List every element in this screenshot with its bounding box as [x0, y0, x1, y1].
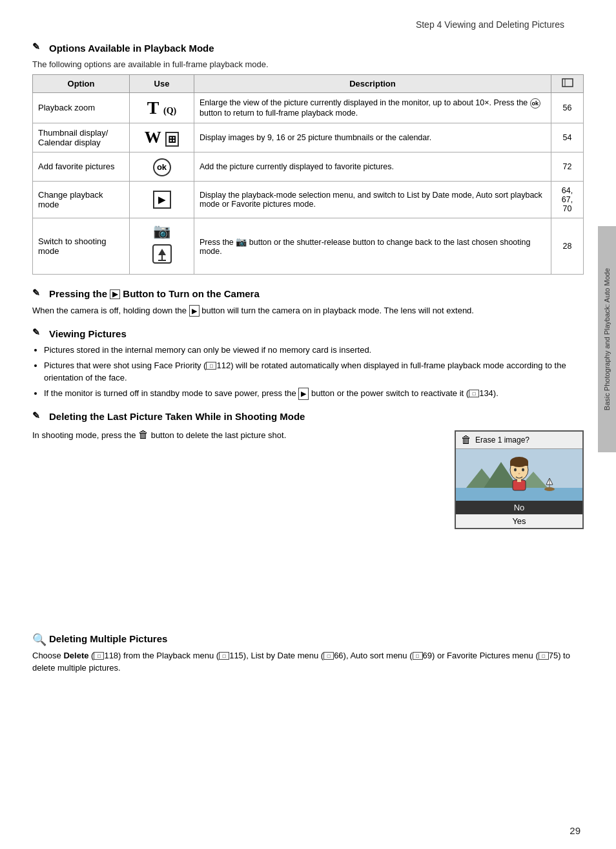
option-favorites: Add favorite pictures	[33, 152, 130, 181]
section-viewing: ✎ Viewing Pictures Pictures stored in th…	[32, 327, 584, 399]
pencil-icon: ✎	[32, 41, 45, 54]
table-row: Thumbnail display/Calendar display W ⊞ D…	[33, 123, 584, 152]
play-inline-icon: ▶	[110, 289, 120, 299]
section-deleting-last: ✎ Deleting the Last Picture Taken While …	[32, 410, 584, 529]
play-button-icon: ▶	[153, 191, 171, 209]
use-favorites: ok	[130, 152, 194, 181]
section-options: ✎ Options Available in Playback Mode The…	[32, 41, 584, 275]
col-ref	[551, 74, 584, 92]
section-pressing-button: ✎ Pressing the ▶ Button to Turn on the C…	[32, 288, 584, 317]
desc-playback-zoom: Enlarge the view of the picture currentl…	[194, 92, 551, 123]
svg-point-13	[544, 487, 555, 491]
section2-text: When the camera is off, holding down the…	[32, 304, 584, 317]
desc-switch-shooting: Press the 📷 button or the shutter-releas…	[194, 218, 551, 274]
section5-title: 🔍 Deleting Multiple Pictures	[32, 633, 584, 645]
book-ref-icon-2: □	[469, 390, 479, 397]
shutter-icon	[150, 242, 174, 269]
section2-title: ✎ Pressing the ▶ Button to Turn on the C…	[32, 288, 584, 300]
book-ref-icon: □	[206, 362, 216, 370]
table-row: Change playback mode ▶ Display the playb…	[33, 181, 584, 218]
svg-rect-21	[517, 479, 521, 482]
svg-rect-16	[510, 462, 528, 466]
side-tab: Basic Photography and Playback: Auto Mod…	[598, 226, 616, 452]
camera-icon: 📷	[153, 223, 170, 240]
use-switch-shooting: 📷	[130, 218, 194, 274]
svg-rect-0	[562, 79, 573, 87]
trash-icon-2: 🗑	[461, 434, 471, 446]
ref-switch-shooting: 28	[551, 218, 584, 274]
use-thumbnail: W ⊞	[130, 123, 194, 152]
book-ref-5: □	[323, 652, 334, 660]
erase-yes-option: Yes	[456, 514, 582, 528]
erase-no-option: No	[456, 501, 582, 514]
section4-text: In shooting mode, press the 🗑 button to …	[32, 427, 442, 443]
ref-playback-zoom: 56	[551, 92, 584, 123]
option-thumbnail: Thumbnail display/Calendar display	[33, 123, 130, 152]
desc-favorites: Add the picture currently displayed to f…	[194, 152, 551, 181]
col-option: Option	[33, 74, 130, 92]
ok-button-icon: ok	[153, 158, 171, 176]
ref-change-playback: 64,67, 70	[551, 181, 584, 218]
search-icon: 🔍	[32, 633, 45, 645]
svg-point-17	[514, 468, 517, 472]
book-ref-3: □	[94, 652, 104, 660]
section-deleting-multiple: 🔍 Deleting Multiple Pictures Choose Dele…	[32, 633, 584, 675]
svg-point-18	[522, 468, 524, 472]
ref-favorites: 72	[551, 152, 584, 181]
table-row: Playback zoom T (Q) Enlarge the view of …	[33, 92, 584, 123]
erase-image-area	[456, 449, 582, 501]
header-title: Step 4 Viewing and Deleting Pictures	[416, 19, 564, 30]
bullet-1: Pictures stored in the internal memory c…	[44, 344, 584, 357]
side-tab-text: Basic Photography and Playback: Auto Mod…	[603, 268, 611, 410]
book-ref-7: □	[539, 652, 549, 660]
play-inline-icon-3: ▶	[298, 388, 309, 400]
desc-change-playback: Display the playback-mode selection menu…	[194, 181, 551, 218]
section4-title: ✎ Deleting the Last Picture Taken While …	[32, 410, 584, 423]
col-description: Description	[194, 74, 551, 92]
section5-text: Choose Delete (□118) from the Playback m…	[32, 649, 584, 675]
book-ref-6: □	[413, 652, 423, 660]
viewing-bullets: Pictures stored in the internal memory c…	[44, 344, 584, 399]
page-number: 29	[570, 825, 580, 836]
col-use: Use	[130, 74, 194, 92]
pencil-icon-4: ✎	[32, 410, 45, 423]
section1-title: ✎ Options Available in Playback Mode	[32, 41, 584, 54]
erase-dialog: 🗑 Erase 1 image?	[455, 430, 584, 529]
section1-subtitle: The following options are available in f…	[32, 58, 584, 71]
table-row: Add favorite pictures ok Add the picture…	[33, 152, 584, 181]
option-switch-shooting: Switch to shooting mode	[33, 218, 130, 274]
pencil-icon-2: ✎	[32, 288, 45, 300]
book-ref-4: □	[219, 652, 229, 660]
svg-point-19	[518, 473, 520, 474]
ref-thumbnail: 54	[551, 123, 584, 152]
option-change-playback: Change playback mode	[33, 181, 130, 218]
option-playback-zoom: Playback zoom	[33, 92, 130, 123]
play-inline-icon-2: ▶	[189, 305, 200, 317]
bullet-3: If the monitor is turned off in standby …	[44, 387, 584, 400]
section3-title: ✎ Viewing Pictures	[32, 327, 584, 340]
options-table: Option Use Description Playback zoom	[32, 74, 584, 275]
table-row: Switch to shooting mode 📷	[33, 218, 584, 274]
bullet-2: Pictures that were shot using Face Prior…	[44, 359, 584, 384]
erase-header: 🗑 Erase 1 image?	[456, 432, 582, 449]
trash-icon: 🗑	[138, 429, 149, 440]
use-playback-zoom: T (Q)	[130, 92, 194, 123]
use-change-playback: ▶	[130, 181, 194, 218]
ok-icon: ok	[530, 98, 540, 109]
erase-body: No Yes	[456, 449, 582, 528]
desc-thumbnail: Display images by 9, 16 or 25 picture th…	[194, 123, 551, 152]
erase-dialog-box: 🗑 Erase 1 image?	[455, 430, 584, 529]
page-header: Step 4 Viewing and Deleting Pictures	[32, 19, 584, 30]
pencil-icon-3: ✎	[32, 327, 45, 340]
svg-marker-3	[158, 249, 166, 255]
